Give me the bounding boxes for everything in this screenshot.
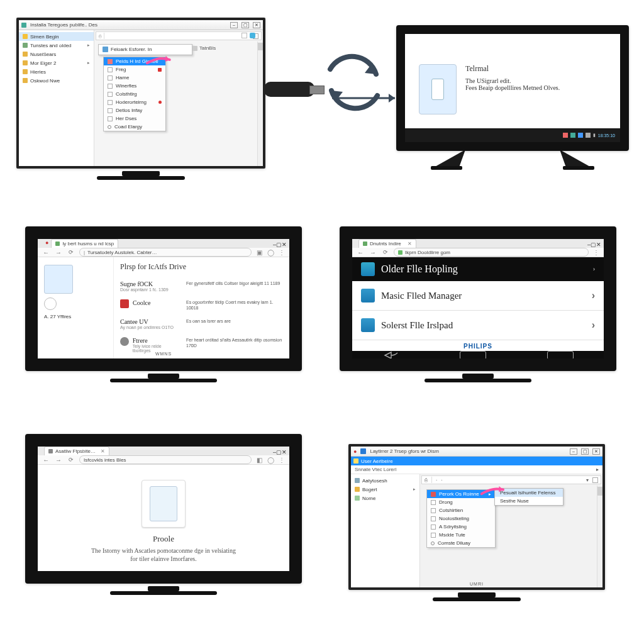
menu-icon[interactable]: ⋮ (592, 249, 600, 256)
extension-icon[interactable]: ◧ (255, 457, 263, 464)
forward-button[interactable]: → (54, 249, 63, 256)
menu-item-label: Perork Os Roinne (439, 491, 479, 497)
doc-icon (431, 525, 436, 530)
doc-icon (108, 67, 113, 72)
sidebar-item-label: Simen Begin (30, 34, 58, 40)
app-icon (360, 448, 366, 454)
url-field[interactable]: Ikprn Dooldlirre gom (394, 248, 589, 257)
maximize-button[interactable]: ▢ (591, 242, 596, 248)
folder-icon (23, 69, 28, 74)
back-button[interactable]: ← (356, 249, 365, 256)
row-icon (120, 337, 129, 346)
url-field[interactable]: Isfcovkls intes Bles (79, 455, 252, 464)
window-titlebar: Installa Teregoes publife.. Des – ▢ ✕ (19, 20, 263, 30)
back-button[interactable]: ← (42, 457, 50, 464)
menu-item-label: Comste Diluay (438, 540, 470, 546)
toolbar-icon[interactable] (250, 33, 255, 38)
app-icon (361, 289, 375, 303)
maximize-button[interactable]: ▢ (276, 449, 282, 455)
cast-icon[interactable]: ▣ (255, 249, 263, 256)
menu-item[interactable]: Detlos Infay (104, 106, 165, 114)
sidebar-item[interactable]: Hieries (19, 67, 94, 76)
list-row[interactable]: CoolceEs ogoorbnfer tildip Coert mes eva… (120, 296, 283, 314)
content-link[interactable]: Domly be to plst horme file rloged filas (109, 573, 218, 580)
browser-tab[interactable]: Dnutnts Indire✕ (358, 239, 416, 248)
sidebar-item[interactable]: Mor Eiger 2▸ (19, 58, 94, 67)
browser-window: ● ly bert husms u nd lcsp – ▢ ✕ ← → ⟳ |T… (38, 239, 289, 358)
content-heading: Plrsp for IcAtfs Drive (120, 262, 283, 272)
row-desc: Es ogoorbnfer tildip Coert mes evakry la… (186, 299, 283, 311)
close-button[interactable]: ✕ (282, 449, 287, 455)
doc-icon (431, 533, 436, 538)
terminal-line: The USigrarl edit. (465, 77, 560, 84)
url-text: Ikprn Dooldlirre gom (405, 250, 450, 255)
browser-tab[interactable]: ly bert husms u nd lcsp (51, 239, 118, 248)
maximize-button[interactable]: ▢ (242, 22, 249, 28)
tv-brand-label: WMNS (155, 352, 172, 356)
close-button[interactable]: ✕ (596, 242, 601, 248)
context-dropdown: Feloark Esforer. In (98, 44, 192, 55)
sidebar-item-label: Hieries (30, 69, 46, 75)
menu-item[interactable]: Comste Diluay (427, 539, 495, 547)
nav-recent-button[interactable] (547, 351, 574, 360)
menu-item[interactable]: A Sdryitsling (427, 523, 495, 531)
menu-item[interactable]: Coad Elargy (104, 123, 165, 131)
nav-home-button[interactable] (460, 351, 486, 360)
tab-strip: ● ly bert husms u nd lcsp – ▢ ✕ (38, 239, 289, 248)
close-button[interactable]: ✕ (592, 448, 600, 455)
nav-back-button[interactable] (382, 351, 399, 360)
sidebar-item[interactable]: Simen Begin (19, 32, 94, 41)
back-button[interactable]: ← (42, 249, 50, 256)
list-row[interactable]: Sugne fOCKDosr aspntanr 1 fc. 1309Fer gy… (120, 277, 283, 296)
menu-item-label: Cotshlrtien (439, 508, 463, 513)
sidebar-item[interactable]: Bogert▸ (351, 485, 419, 494)
menu-item[interactable]: Hame (104, 74, 165, 82)
menu-item[interactable]: Drong (427, 498, 495, 506)
menu-item[interactable]: Noolostkeling (427, 514, 495, 523)
url-field[interactable]: |Tursatodely Austolek. Cabter… (79, 248, 252, 257)
maximize-button[interactable]: ▢ (276, 242, 282, 248)
menu-item[interactable]: Msdde Tute (427, 531, 495, 539)
menu-item[interactable]: Hoderorteirng (104, 98, 165, 106)
radio-icon (108, 125, 111, 129)
sidebar-item[interactable]: NuseiSears (19, 50, 94, 58)
row-desc: Es oan sa Isrer ars are (186, 318, 283, 330)
doc-icon (108, 92, 113, 97)
list-item[interactable]: Solerst Flle Irslpad › (352, 311, 604, 340)
list-item-label: Solerst Flle Irslpad (381, 320, 453, 331)
sidebar-item[interactable]: Oskwod Nwe (19, 76, 94, 85)
list-row[interactable]: FtrereTely ivice relde tborlirgesFer hea… (120, 333, 283, 357)
doc-icon (108, 84, 113, 89)
android-navbar (38, 580, 289, 584)
list-row[interactable]: Cantee UVAy noan pe ondinres O1TOEs oan … (120, 314, 283, 333)
list-item[interactable]: Masic Flled Manager › (352, 281, 604, 311)
reload-button[interactable]: ⟳ (67, 249, 75, 255)
forward-button[interactable]: → (54, 457, 63, 464)
minimize-button[interactable]: – (230, 22, 238, 28)
menu-item[interactable]: Winerfies (104, 82, 165, 90)
forward-button[interactable]: → (369, 249, 377, 256)
menu-item[interactable]: Cotshlrtien (427, 506, 495, 514)
menu-icon[interactable]: ⋮ (278, 457, 286, 464)
menu-item[interactable]: Her Dses (104, 114, 165, 123)
toolbar-icon[interactable] (242, 33, 247, 38)
row-title: Ftrere (133, 337, 180, 344)
minimize-button[interactable]: – (570, 448, 577, 455)
browser-tab[interactable]: Asatliw Ftpsbite…✕ (44, 447, 109, 455)
maximize-button[interactable]: ▢ (581, 448, 589, 455)
close-button[interactable]: ✕ (253, 22, 260, 28)
profile-icon[interactable]: ◯ (267, 249, 274, 256)
menu-item[interactable]: Colsthtlrg (104, 90, 165, 98)
menu-icon[interactable]: ⋮ (278, 249, 286, 256)
gear-icon[interactable] (44, 297, 57, 310)
sidebar-item[interactable]: Aatytosesh (351, 476, 419, 485)
profile-icon[interactable]: ◯ (267, 457, 274, 464)
app-header[interactable]: Older Flle Hopling › (352, 257, 604, 281)
sidebar-item-label: NuseiSears (30, 52, 56, 57)
reload-button[interactable]: ⟳ (67, 457, 75, 463)
close-button[interactable]: ✕ (282, 242, 287, 248)
reload-button[interactable]: ⟳ (381, 249, 390, 255)
row-title: Cantee UV (120, 318, 174, 325)
sidebar-item[interactable]: Tunstes and olded▸ (19, 41, 94, 50)
sidebar-item[interactable]: Nome (351, 494, 419, 502)
